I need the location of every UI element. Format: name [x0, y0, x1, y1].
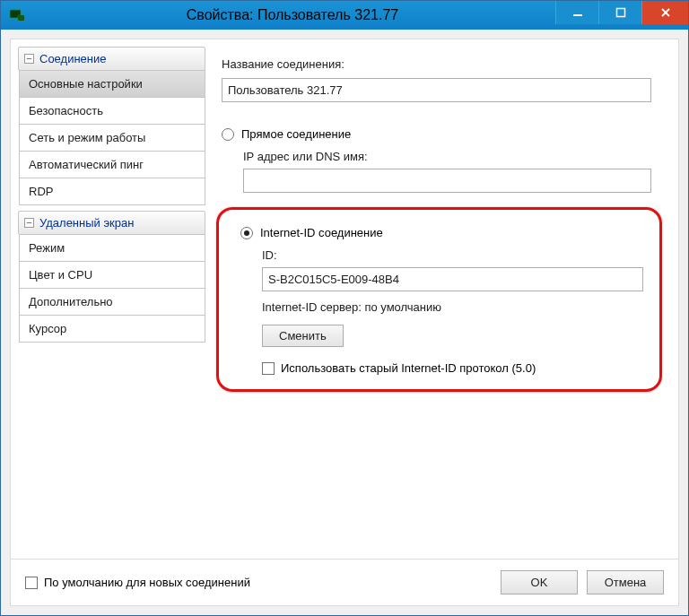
main-panel: Название соединения: Прямое соединение I…: [213, 39, 678, 559]
sidebar-item-security[interactable]: Безопасность: [19, 98, 205, 125]
sidebar-item-additional[interactable]: Дополнительно: [19, 289, 205, 316]
internet-id-server-label: Internet-ID сервер: по умолчанию: [262, 300, 643, 314]
window-controls: [555, 1, 688, 30]
ok-button[interactable]: OK: [501, 570, 578, 594]
client-area: − Соединение Основные настройки Безопасн…: [1, 30, 688, 615]
direct-connection-radio[interactable]: Прямое соединение: [222, 127, 651, 141]
dialog-body: − Соединение Основные настройки Безопасн…: [10, 39, 679, 606]
cancel-button[interactable]: Отмена: [587, 570, 664, 594]
radio-icon: [222, 128, 234, 141]
checkbox-label: По умолчанию для новых соединений: [44, 576, 250, 589]
properties-window: Свойства: Пользователь 321.77 − Соединен…: [0, 0, 689, 616]
sidebar-group-label: Удаленный экран: [39, 216, 134, 230]
sidebar-group-label: Соединение: [39, 52, 107, 65]
svg-rect-3: [19, 16, 23, 20]
old-protocol-checkbox[interactable]: Использовать старый Internet-ID протокол…: [262, 361, 643, 375]
svg-rect-5: [616, 9, 624, 17]
collapse-icon: −: [24, 218, 34, 228]
dialog-footer: По умолчанию для новых соединений OK Отм…: [11, 559, 678, 605]
id-input[interactable]: [262, 267, 643, 291]
sidebar-item-cursor[interactable]: Курсор: [19, 316, 205, 343]
connection-name-input[interactable]: [222, 78, 651, 102]
id-label: ID:: [262, 248, 643, 262]
default-for-new-checkbox[interactable]: По умолчанию для новых соединений: [25, 576, 250, 589]
checkbox-icon: [262, 362, 275, 375]
close-button[interactable]: [641, 1, 688, 24]
sidebar-group-remote-screen[interactable]: − Удаленный экран: [18, 211, 205, 235]
sidebar-item-color-cpu[interactable]: Цвет и CPU: [19, 262, 205, 289]
sidebar-item-auto-ping[interactable]: Автоматический пинг: [19, 152, 205, 178]
radio-icon: [240, 227, 253, 239]
maximize-button[interactable]: [598, 1, 641, 24]
app-icon: [4, 3, 30, 28]
collapse-icon: −: [24, 54, 34, 64]
sidebar-item-mode[interactable]: Режим: [19, 234, 205, 262]
checkbox-icon: [25, 577, 38, 589]
window-title: Свойства: Пользователь 321.77: [30, 7, 555, 23]
checkbox-label: Использовать старый Internet-ID протокол…: [281, 361, 536, 375]
ip-dns-label: IP адрес или DNS имя:: [243, 150, 651, 163]
sidebar-item-basic-settings[interactable]: Основные настройки: [19, 70, 205, 98]
sidebar: − Соединение Основные настройки Безопасн…: [11, 39, 213, 559]
radio-label: Прямое соединение: [241, 127, 351, 141]
sidebar-group-connection-items: Основные настройки Безопасность Сеть и р…: [18, 70, 205, 205]
sidebar-item-rdp[interactable]: RDP: [19, 178, 205, 205]
sidebar-group-remote-screen-items: Режим Цвет и CPU Дополнительно Курсор: [18, 234, 205, 343]
titlebar: Свойства: Пользователь 321.77: [1, 1, 688, 30]
minimize-button[interactable]: [555, 1, 598, 24]
sidebar-group-connection[interactable]: − Соединение: [18, 47, 205, 71]
ip-dns-input[interactable]: [243, 169, 651, 193]
internet-id-radio[interactable]: Internet-ID соединение: [240, 226, 643, 239]
change-server-button[interactable]: Сменить: [262, 325, 344, 347]
radio-label: Internet-ID соединение: [260, 226, 383, 239]
sidebar-item-network-mode[interactable]: Сеть и режим работы: [19, 125, 205, 152]
connection-name-label: Название соединения:: [222, 57, 651, 71]
svg-rect-4: [573, 14, 582, 16]
internet-id-highlight: Internet-ID соединение ID: Internet-ID с…: [216, 207, 662, 392]
